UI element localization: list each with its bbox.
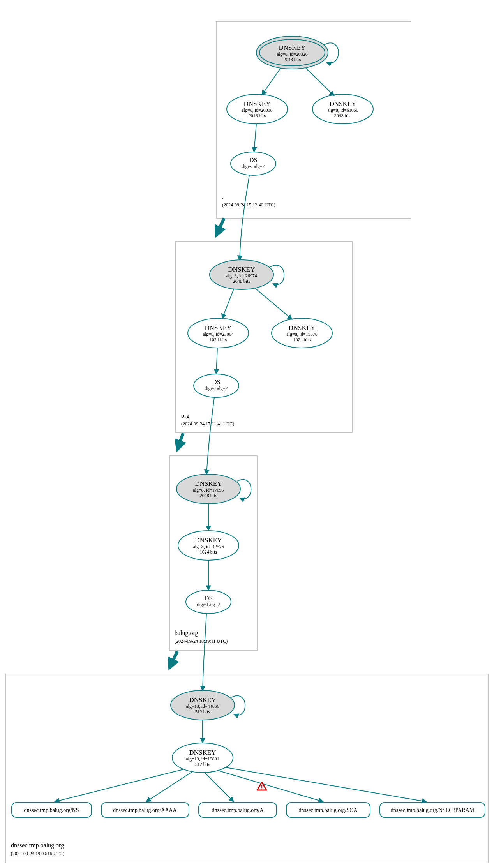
node-root-zsk-right[interactable]: DNSKEY alg=8, id=61050 2048 bits (312, 94, 373, 124)
svg-text:2048 bits: 2048 bits (200, 493, 217, 498)
edge (205, 773, 234, 802)
edge-ds-to-ksk (203, 614, 206, 691)
svg-text:DNSKEY: DNSKEY (228, 266, 255, 273)
node-balug-zsk[interactable]: DNSKEY alg=8, id=42576 1024 bits (178, 531, 239, 560)
svg-text:alg=8, id=15678: alg=8, id=15678 (286, 332, 318, 337)
zone-balug: DNSKEY alg=8, id=17095 2048 bits DNSKEY … (169, 456, 257, 651)
edge (262, 68, 281, 95)
svg-text:alg=8, id=20038: alg=8, id=20038 (242, 108, 273, 113)
node-balug-ksk[interactable]: DNSKEY alg=8, id=17095 2048 bits (176, 474, 240, 504)
svg-text:DNSKEY: DNSKEY (189, 696, 216, 704)
rrset-soa[interactable]: dnssec.tmp.balug.org/SOA (286, 803, 370, 817)
svg-text:1024 bits: 1024 bits (210, 337, 227, 342)
rrset-ns[interactable]: dnssec.tmp.balug.org/NS (12, 803, 92, 817)
node-org-zsk-right[interactable]: DNSKEY alg=8, id=15678 1024 bits (272, 318, 332, 348)
svg-rect-44 (6, 674, 488, 863)
svg-text:alg=8, id=17095: alg=8, id=17095 (193, 487, 224, 493)
zone-title: org (181, 412, 189, 419)
svg-text:DNSKEY: DNSKEY (205, 324, 232, 332)
svg-text:2048 bits: 2048 bits (284, 57, 301, 62)
dnssec-chain-diagram: DNSKEY alg=8, id=20326 2048 bits DNSKEY … (0, 0, 494, 868)
edge-ds-to-ksk (206, 397, 214, 475)
rrset-aaaa[interactable]: dnssec.tmp.balug.org/AAAA (101, 803, 189, 817)
label: DNSKEY (279, 44, 306, 51)
svg-text:alg=13, id=19831: alg=13, id=19831 (186, 756, 219, 762)
edge (255, 288, 292, 319)
svg-text:alg=8, id=61050: alg=8, id=61050 (327, 108, 358, 113)
node-org-zsk-left[interactable]: DNSKEY alg=8, id=23064 1024 bits (188, 318, 249, 348)
svg-text:alg=13, id=44866: alg=13, id=44866 (186, 704, 219, 709)
edge (146, 771, 193, 802)
zone-org: DNSKEY alg=8, id=26974 2048 bits DNSKEY … (175, 242, 353, 432)
svg-text:DS: DS (212, 378, 221, 386)
node-root-zsk-left[interactable]: DNSKEY alg=8, id=20038 2048 bits (227, 94, 288, 124)
svg-text:alg=8, id=26974: alg=8, id=26974 (226, 273, 257, 279)
node-org-ksk[interactable]: DNSKEY alg=8, id=26974 2048 bits (210, 260, 273, 289)
svg-text:digest alg=2: digest alg=2 (242, 164, 265, 169)
svg-text:2048 bits: 2048 bits (233, 279, 251, 284)
zone-timestamp: (2024-09-24 19:09:16 UTC) (11, 851, 64, 856)
edge (254, 124, 256, 152)
edge (216, 348, 217, 374)
zone-timestamp: (2024-09-24 18:39:11 UTC) (175, 639, 228, 644)
edge (306, 68, 334, 96)
delegation-arrow (216, 218, 224, 236)
svg-text:2048 bits: 2048 bits (249, 113, 266, 118)
zone-title: dnssec.tmp.balug.org (11, 842, 64, 849)
edge (226, 767, 427, 802)
svg-text:dnssec.tmp.balug.org/SOA: dnssec.tmp.balug.org/SOA (298, 807, 358, 813)
svg-text:alg=8, id=42576: alg=8, id=42576 (193, 544, 224, 549)
svg-text:!: ! (261, 784, 263, 790)
svg-text:1024 bits: 1024 bits (293, 337, 311, 342)
edge (222, 289, 234, 319)
svg-text:DNSKEY: DNSKEY (244, 100, 271, 108)
warning-icon: ! (257, 782, 266, 790)
zone-timestamp: (2024-09-24 15:12:40 UTC) (222, 202, 275, 208)
svg-text:dnssec.tmp.balug.org/NSEC3PARA: dnssec.tmp.balug.org/NSEC3PARAM (391, 807, 475, 813)
node-dnssec-zsk[interactable]: DNSKEY alg=13, id=19831 512 bits (172, 743, 233, 773)
svg-text:DS: DS (204, 595, 213, 602)
svg-text:dnssec.tmp.balug.org/AAAA: dnssec.tmp.balug.org/AAAA (113, 807, 177, 813)
svg-text:dnssec.tmp.balug.org/NS: dnssec.tmp.balug.org/NS (24, 807, 79, 813)
svg-text:alg=8, id=23064: alg=8, id=23064 (203, 332, 234, 337)
node-root-ksk[interactable]: DNSKEY alg=8, id=20326 2048 bits (256, 36, 328, 69)
svg-text:2048 bits: 2048 bits (334, 113, 352, 118)
delegation-arrow (169, 651, 177, 668)
zone-title: balug.org (175, 630, 198, 637)
svg-text:DNSKEY: DNSKEY (195, 536, 222, 544)
svg-text:DNSKEY: DNSKEY (289, 324, 316, 332)
svg-text:DS: DS (249, 156, 258, 164)
svg-text:512 bits: 512 bits (195, 762, 210, 767)
svg-text:alg=8, id=20326: alg=8, id=20326 (277, 51, 308, 57)
rrset-a[interactable]: dnssec.tmp.balug.org/A (199, 803, 277, 817)
rrset-nsec3param[interactable]: dnssec.tmp.balug.org/NSEC3PARAM (380, 803, 485, 817)
zone-title: . (222, 193, 224, 200)
zone-dnssec-tmp-balug: DNSKEY alg=13, id=44866 512 bits DNSKEY … (6, 674, 488, 863)
svg-text:digest alg=2: digest alg=2 (205, 386, 228, 391)
svg-text:DNSKEY: DNSKEY (330, 100, 356, 108)
edge-ds-to-ksk (240, 175, 249, 260)
svg-text:512 bits: 512 bits (195, 709, 210, 715)
node-org-ds[interactable]: DS digest alg=2 (194, 374, 239, 397)
svg-text:1024 bits: 1024 bits (200, 549, 217, 555)
edge (55, 769, 183, 802)
node-dnssec-ksk[interactable]: DNSKEY alg=13, id=44866 512 bits (171, 690, 235, 720)
svg-text:digest alg=2: digest alg=2 (197, 602, 220, 607)
zone-root: DNSKEY alg=8, id=20326 2048 bits DNSKEY … (216, 21, 411, 218)
zone-timestamp: (2024-09-24 17:11:41 UTC) (181, 421, 234, 427)
node-balug-ds[interactable]: DS digest alg=2 (186, 590, 231, 614)
svg-text:dnssec.tmp.balug.org/A: dnssec.tmp.balug.org/A (212, 807, 264, 813)
node-root-ds[interactable]: DS digest alg=2 (231, 152, 276, 175)
delegation-arrow (177, 433, 183, 450)
svg-text:DNSKEY: DNSKEY (189, 749, 216, 756)
svg-text:DNSKEY: DNSKEY (195, 480, 222, 487)
